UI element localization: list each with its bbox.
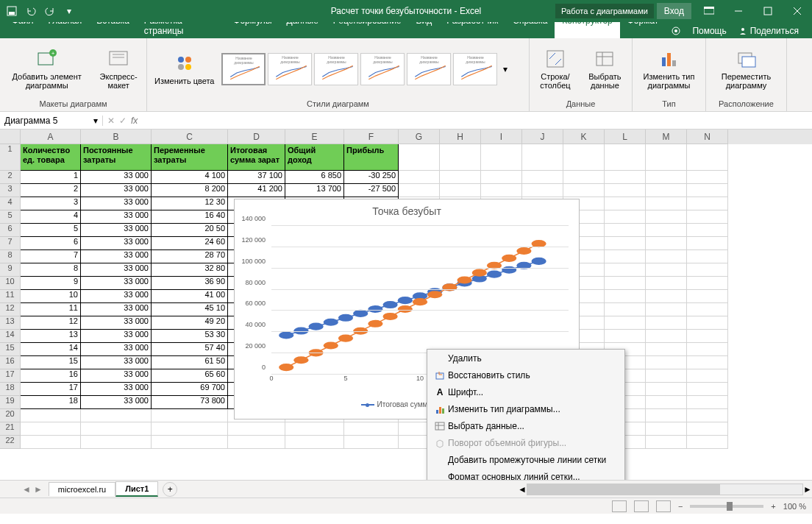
table-cell[interactable]: 37 100 [228,171,285,184]
row-header[interactable]: 19 [0,396,21,409]
table-cell[interactable]: 33 000 [81,290,152,303]
table-cell[interactable]: 20 50 [152,224,228,237]
sheet-tab-2[interactable]: Лист1 [115,481,158,497]
row-header[interactable]: 12 [0,303,21,316]
row-header[interactable]: 2 [0,171,21,184]
table-cell[interactable]: 33 000 [81,224,152,237]
zoom-out-icon[interactable]: − [678,502,683,511]
row-header[interactable]: 6 [0,224,21,237]
cancel-formula-icon[interactable]: ✕ [107,116,115,126]
close-icon[interactable] [783,0,812,22]
table-cell[interactable]: 13 [21,330,81,343]
table-cell[interactable]: 15 [21,356,81,369]
table-cell[interactable]: 6 [21,237,81,250]
hscroll-left-icon[interactable]: ◄ [518,484,527,495]
table-cell[interactable]: 49 20 [152,316,228,330]
table-cell[interactable]: 10 [21,290,81,303]
table-cell[interactable]: 33 000 [81,197,152,210]
zoom-slider[interactable] [690,505,763,508]
table-cell[interactable]: -30 250 [344,171,399,184]
table-cell[interactable]: 65 60 [152,369,228,383]
row-header[interactable]: 14 [0,330,21,343]
table-cell[interactable]: 33 000 [81,277,152,290]
row-header[interactable]: 3 [0,184,21,197]
chart-style-5[interactable]: Название диаграммы [407,53,451,85]
column-header[interactable]: J [522,130,563,144]
share-button[interactable]: Поделиться [733,24,805,38]
table-cell[interactable]: 28 70 [152,250,228,263]
table-cell[interactable]: 33 000 [81,330,152,343]
row-header[interactable]: 16 [0,356,21,369]
page-break-view-icon[interactable] [656,500,671,512]
name-box[interactable]: Диаграмма 5▾ [0,116,103,126]
chart-style-2[interactable]: Название диаграммы [268,53,312,85]
table-cell[interactable]: 33 000 [81,184,152,197]
column-header[interactable]: G [399,130,440,144]
row-header[interactable]: 18 [0,383,21,396]
change-chart-type-button[interactable]: Изменить тип диаграммы [635,46,702,93]
table-cell[interactable]: 7 [21,250,81,263]
table-cell[interactable]: 3 [21,197,81,210]
tell-me-icon[interactable] [666,24,686,38]
table-cell[interactable]: 33 000 [81,316,152,330]
menu-item-изменить-тип-диаграммы---[interactable]: Изменить тип диаграммы... [427,400,624,417]
table-cell[interactable]: 33 000 [81,250,152,263]
table-cell[interactable]: 6 850 [285,171,344,184]
zoom-in-icon[interactable]: + [771,502,775,511]
undo-icon[interactable] [22,2,40,20]
help-button[interactable]: Помощь [686,24,732,38]
select-data-button[interactable]: Выбрать данные [581,46,629,93]
table-cell[interactable]: 11 [21,303,81,316]
row-header[interactable]: 1 [0,144,21,171]
table-header-cell[interactable]: Переменные затраты [152,144,228,171]
row-header[interactable]: 5 [0,210,21,224]
table-cell[interactable]: 33 000 [81,263,152,277]
row-header[interactable]: 7 [0,237,21,250]
chart-style-4[interactable]: Название диаграммы [360,53,405,85]
normal-view-icon[interactable] [612,500,627,512]
table-cell[interactable]: 2 [21,184,81,197]
column-header[interactable]: H [440,130,481,144]
fx-icon[interactable]: fx [131,116,138,126]
sheet-prev-icon[interactable]: ◄ [22,484,31,495]
table-cell[interactable]: 61 50 [152,356,228,369]
table-cell[interactable]: 33 000 [81,303,152,316]
menu-item-шрифт---[interactable]: AШрифт... [427,383,624,400]
move-chart-button[interactable]: Переместить диаграмму [709,46,783,93]
table-header-cell[interactable]: Прибыль [344,144,399,171]
table-cell[interactable]: 16 [21,369,81,383]
sheet-tab-1[interactable]: microexcel.ru [49,482,115,496]
table-cell[interactable]: 5 [21,224,81,237]
table-cell[interactable]: 41 200 [228,184,285,197]
row-header[interactable]: 4 [0,197,21,210]
maximize-icon[interactable] [753,0,783,22]
table-cell[interactable]: 18 [21,396,81,409]
redo-icon[interactable] [41,2,59,20]
table-header-cell[interactable]: Количество ед. товара [21,144,81,171]
table-cell[interactable]: 12 30 [152,197,228,210]
column-header[interactable]: L [605,130,646,144]
chart-style-3[interactable]: Название диаграммы [314,53,358,85]
table-cell[interactable]: 41 00 [152,290,228,303]
minimize-icon[interactable] [724,0,753,22]
table-cell[interactable]: 8 200 [152,184,228,197]
table-cell[interactable]: 53 30 [152,330,228,343]
horizontal-scrollbar[interactable] [527,484,803,495]
hscroll-right-icon[interactable]: ► [803,484,812,495]
table-cell[interactable]: 33 000 [81,356,152,369]
chart-style-6[interactable]: Название диаграммы [453,53,497,85]
row-header[interactable]: 17 [0,369,21,383]
table-cell[interactable]: 33 000 [81,369,152,383]
page-layout-view-icon[interactable] [634,500,649,512]
table-cell[interactable]: 36 90 [152,277,228,290]
menu-item-выбрать-данные---[interactable]: Выбрать данные... [427,417,624,434]
row-header[interactable]: 11 [0,290,21,303]
table-cell[interactable]: 45 10 [152,303,228,316]
column-header[interactable]: C [152,130,228,144]
table-cell[interactable]: -27 500 [344,184,399,197]
table-cell[interactable]: 17 [21,383,81,396]
login-button[interactable]: Вход [657,3,691,19]
menu-item-формат-основных-линий-сетки---[interactable]: Формат основных линий сетки... [427,468,624,480]
row-header[interactable]: 10 [0,277,21,290]
column-header[interactable]: A [21,130,81,144]
